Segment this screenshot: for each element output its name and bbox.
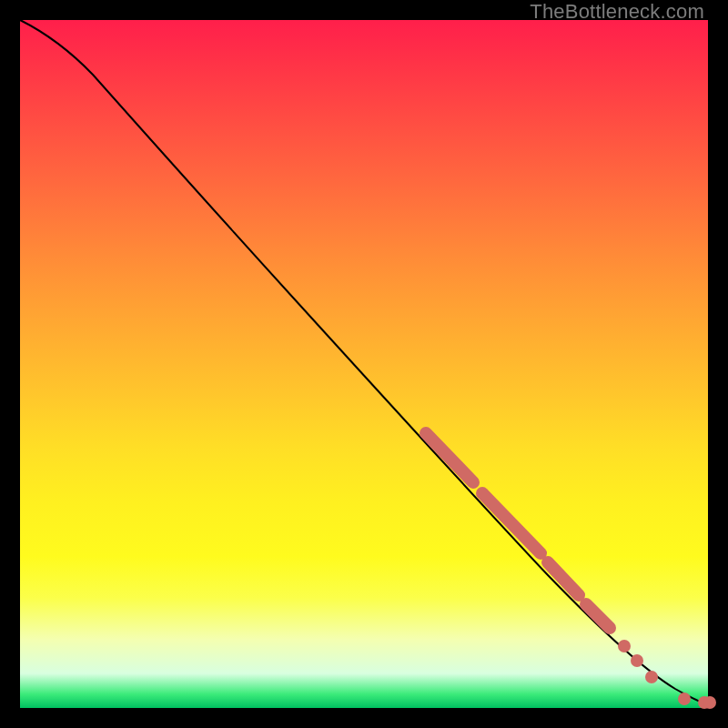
watermark-text: TheBottleneck.com — [530, 0, 704, 24]
svg-point-5 — [631, 654, 643, 667]
svg-point-6 — [645, 671, 658, 683]
svg-point-4 — [618, 640, 631, 652]
chart-overlay — [20, 20, 708, 708]
svg-line-0 — [426, 433, 473, 482]
svg-point-9 — [703, 696, 716, 709]
svg-line-1 — [482, 493, 541, 553]
chart-points — [426, 433, 716, 709]
svg-line-3 — [586, 604, 610, 628]
chart-curve — [20, 20, 708, 704]
chart-stage: TheBottleneck.com — [0, 0, 728, 728]
svg-point-7 — [678, 693, 691, 705]
